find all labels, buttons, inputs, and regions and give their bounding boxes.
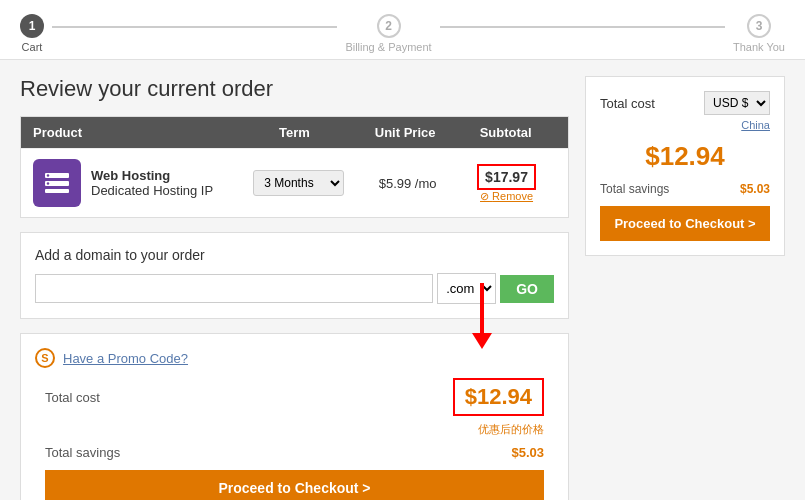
product-name: Web Hosting bbox=[91, 168, 239, 183]
stepper: 1 Cart 2 Billing & Payment 3 Thank You bbox=[0, 0, 805, 60]
subtotal-box: $17.97 bbox=[477, 164, 536, 190]
arrow-shaft bbox=[480, 283, 484, 333]
right-total-cost-label: Total cost bbox=[600, 96, 655, 111]
step-circle-2: 2 bbox=[377, 14, 401, 38]
discount-note: 优惠后的价格 bbox=[35, 422, 554, 437]
currency-select[interactable]: USD $ EUR € bbox=[704, 91, 770, 115]
page: 1 Cart 2 Billing & Payment 3 Thank You R… bbox=[0, 0, 805, 500]
checkout-button-bottom[interactable]: Proceed to Checkout > bbox=[45, 470, 544, 500]
step-cart: 1 Cart bbox=[20, 14, 44, 53]
step-circle-1: 1 bbox=[20, 14, 44, 38]
svg-point-3 bbox=[47, 174, 49, 176]
page-title: Review your current order bbox=[20, 76, 569, 102]
go-button[interactable]: GO bbox=[500, 275, 554, 303]
china-link[interactable]: China bbox=[600, 119, 770, 131]
table-row: Web Hosting Dedicated Hosting IP 3 Month… bbox=[21, 148, 568, 217]
total-amount-box: $12.94 bbox=[453, 378, 544, 416]
promo-total-label: Total cost bbox=[45, 390, 100, 405]
right-top-row: Total cost USD $ EUR € bbox=[600, 91, 770, 115]
domain-input[interactable] bbox=[35, 274, 433, 303]
right-total-amount: $12.94 bbox=[600, 141, 770, 172]
step-label-1: Cart bbox=[22, 41, 43, 53]
promo-total-amount: $12.94 bbox=[465, 384, 532, 409]
unit-price: $5.99 bbox=[379, 176, 412, 191]
promo-savings-label: Total savings bbox=[45, 445, 120, 460]
left-panel: Review your current order Product Term U… bbox=[20, 76, 569, 500]
step-label-3: Thank You bbox=[733, 41, 785, 53]
header-term: Term bbox=[234, 125, 355, 140]
svg-point-4 bbox=[47, 182, 49, 184]
per-month-label: /mo bbox=[415, 176, 437, 191]
price-cell: $5.99 /mo bbox=[358, 176, 457, 191]
subtotal-amount: $17.97 bbox=[485, 169, 528, 185]
step-thankyou: 3 Thank You bbox=[733, 14, 785, 53]
promo-total-row: Total cost $12.94 bbox=[35, 378, 554, 416]
promo-savings-amount: $5.03 bbox=[511, 445, 544, 460]
header-unit-price: Unit Price bbox=[355, 125, 456, 140]
promo-icon: S bbox=[35, 348, 55, 368]
term-cell[interactable]: 3 Months 6 Months 12 Months bbox=[239, 170, 358, 196]
step-line-2 bbox=[440, 26, 725, 28]
right-savings-amount: $5.03 bbox=[740, 182, 770, 196]
step-billing: 2 Billing & Payment bbox=[345, 14, 431, 53]
order-table: Product Term Unit Price Subtotal bbox=[20, 116, 569, 218]
promo-row: S Have a Promo Code? bbox=[35, 348, 554, 368]
right-panel: Total cost USD $ EUR € China $12.94 Tota… bbox=[585, 76, 785, 500]
promo-link[interactable]: Have a Promo Code? bbox=[63, 351, 188, 366]
main-content: Review your current order Product Term U… bbox=[0, 60, 805, 500]
subtotal-cell: $17.97 ⊘ Remove bbox=[457, 164, 556, 203]
table-header: Product Term Unit Price Subtotal bbox=[21, 117, 568, 148]
step-line-1 bbox=[52, 26, 337, 28]
svg-rect-2 bbox=[45, 189, 69, 193]
promo-savings-row: Total savings $5.03 bbox=[35, 445, 554, 460]
circle-remove: ⊘ bbox=[480, 190, 489, 202]
header-subtotal: Subtotal bbox=[455, 125, 556, 140]
product-icon bbox=[33, 159, 81, 207]
right-panel-content: Total cost USD $ EUR € China $12.94 Tota… bbox=[585, 76, 785, 256]
product-subname: Dedicated Hosting IP bbox=[91, 183, 239, 198]
checkout-button-right[interactable]: Proceed to Checkout > bbox=[600, 206, 770, 241]
red-arrow-annotation bbox=[472, 283, 492, 349]
right-savings-row: Total savings $5.03 bbox=[600, 182, 770, 196]
term-select[interactable]: 3 Months 6 Months 12 Months bbox=[253, 170, 344, 196]
domain-title: Add a domain to your order bbox=[35, 247, 554, 263]
header-product: Product bbox=[33, 125, 234, 140]
product-info: Web Hosting Dedicated Hosting IP bbox=[91, 168, 239, 198]
step-circle-3: 3 bbox=[747, 14, 771, 38]
promo-section: S Have a Promo Code? Total cost $12.94 优… bbox=[20, 333, 569, 500]
remove-link[interactable]: ⊘ Remove bbox=[457, 190, 556, 203]
step-label-2: Billing & Payment bbox=[345, 41, 431, 53]
right-savings-label: Total savings bbox=[600, 182, 669, 196]
arrow-head bbox=[472, 333, 492, 349]
